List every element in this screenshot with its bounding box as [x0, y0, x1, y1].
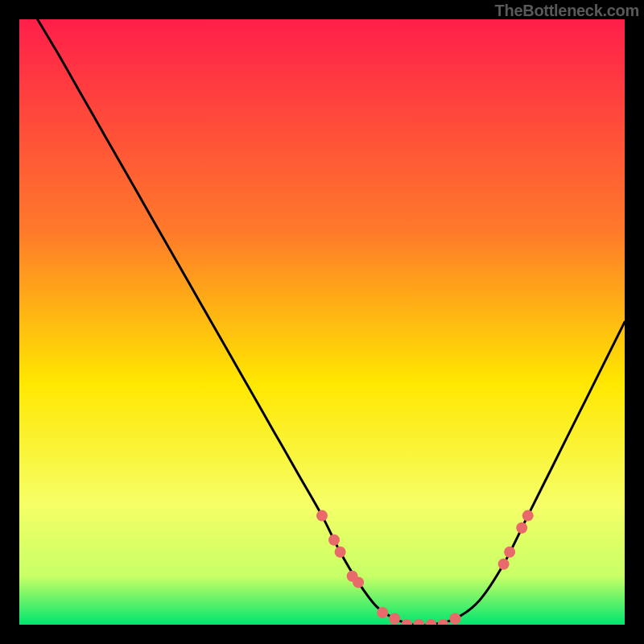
data-point — [449, 613, 460, 625]
data-point — [316, 510, 328, 522]
data-point — [353, 576, 364, 588]
chart-frame — [19, 19, 625, 625]
data-point — [498, 559, 510, 570]
attribution-text: TheBottleneck.com — [495, 2, 639, 20]
data-point — [522, 510, 534, 522]
data-point — [328, 535, 340, 546]
gradient-background — [19, 19, 625, 625]
data-point — [504, 547, 515, 558]
data-point — [389, 613, 400, 625]
data-point — [335, 547, 346, 558]
data-point — [377, 607, 388, 618]
data-point — [516, 522, 527, 534]
chart-plot — [19, 19, 625, 625]
